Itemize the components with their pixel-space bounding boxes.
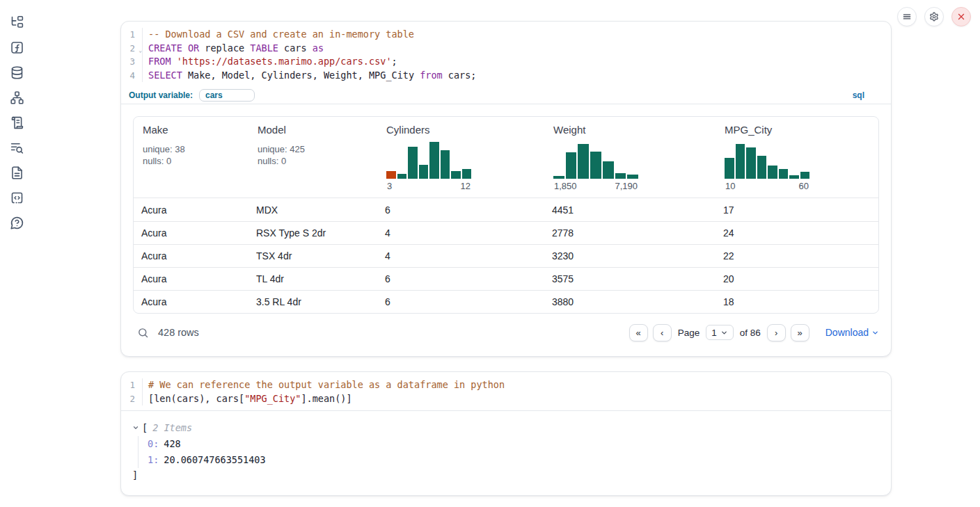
histogram-bar[interactable] <box>386 171 396 179</box>
file-text-icon[interactable] <box>9 165 25 181</box>
histogram-bar[interactable] <box>615 173 626 179</box>
histogram-bar[interactable] <box>578 144 589 179</box>
code-token: # We can reference the output variable a… <box>148 379 505 390</box>
tree-entries: 0:4281:20.060747663551403 <box>138 436 880 468</box>
code-token: cars; <box>443 70 477 81</box>
code-text[interactable]: # We can reference the output variable a… <box>143 378 505 392</box>
dependency-graph-icon[interactable] <box>9 90 25 106</box>
scroll-icon[interactable] <box>9 115 25 131</box>
code-line: 2⌄CREATE OR replace TABLE cars as <box>121 42 891 56</box>
column-header-make: Makeunique: 38nulls: 0 <box>134 117 248 198</box>
histogram-bar[interactable] <box>603 161 614 179</box>
code-text[interactable]: FROM 'https://datasets.marimo.app/cars.c… <box>143 55 397 69</box>
settings-button[interactable] <box>924 7 944 26</box>
menu-icon <box>902 12 912 22</box>
page-total: of 86 <box>740 328 761 338</box>
output-variable-label: Output variable: <box>129 90 193 100</box>
code-text[interactable]: SELECT Make, Model, Cylinders, Weight, M… <box>143 69 476 83</box>
histogram-bar[interactable] <box>451 171 461 179</box>
page-label: Page <box>678 328 700 338</box>
previous-page-button[interactable]: ‹ <box>653 324 672 341</box>
table-cell: 3230 <box>544 250 716 261</box>
tree-entry-value: 428 <box>164 438 180 449</box>
table-cell: 24 <box>716 227 878 239</box>
histogram-bar[interactable] <box>725 158 734 179</box>
table-row: Acura3.5 RL 4dr6388018 <box>134 290 878 313</box>
table-cell: Acura <box>134 273 248 284</box>
last-page-button[interactable]: » <box>791 324 809 341</box>
column-label: MPG_City <box>725 124 871 136</box>
next-page-button[interactable]: › <box>767 324 786 341</box>
tree-entry: 0:428 <box>148 436 880 452</box>
histogram-bar[interactable] <box>462 169 472 179</box>
histogram-bar[interactable] <box>419 165 429 179</box>
help-circle-icon[interactable] <box>9 215 25 231</box>
stat-line: nulls: 0 <box>258 156 370 168</box>
histogram-bar[interactable] <box>408 147 418 179</box>
table-row: AcuraRSX Type S 2dr4277824 <box>134 221 878 244</box>
sql-code-editor[interactable]: 1-- Download a CSV and create an in-memo… <box>121 22 891 86</box>
close-button[interactable] <box>951 7 971 26</box>
data-table: Makeunique: 38nulls: 0Modelunique: 425nu… <box>133 116 879 314</box>
output-variable-input[interactable] <box>199 89 255 102</box>
code-token: "MPG_City" <box>244 393 301 404</box>
close-icon <box>956 12 966 22</box>
first-page-button[interactable]: « <box>629 324 648 341</box>
database-icon[interactable] <box>9 65 25 81</box>
histogram-bar[interactable] <box>746 147 756 179</box>
histogram-bar[interactable] <box>397 174 407 179</box>
column-histogram: 312 <box>386 142 471 191</box>
column-stats: unique: 38nulls: 0 <box>143 144 242 167</box>
file-tree-icon[interactable] <box>9 15 25 31</box>
table-row: AcuraTL 4dr6357520 <box>134 267 878 290</box>
table-cell: 6 <box>377 296 544 307</box>
line-number: 3 <box>121 55 143 69</box>
table-cell: 4451 <box>544 204 716 216</box>
code-text[interactable]: -- Download a CSV and create an in-memor… <box>143 28 414 42</box>
code-line: 1-- Download a CSV and create an in-memo… <box>121 28 891 42</box>
histogram-max-label: 7,190 <box>615 181 638 191</box>
histogram-range: 1060 <box>725 181 809 191</box>
column-histogram: 1060 <box>725 142 809 191</box>
code-text[interactable]: [len(cars), cars["MPG_City"].mean()] <box>143 392 352 406</box>
histogram-bar[interactable] <box>789 175 799 179</box>
column-label: Make <box>143 124 242 136</box>
histogram-bar[interactable] <box>553 176 564 179</box>
table-cell: Acura <box>134 227 248 239</box>
python-code-editor[interactable]: 1# We can reference the output variable … <box>121 372 891 411</box>
histogram-bar[interactable] <box>757 156 767 179</box>
tree-entry-key: 0: <box>148 438 159 449</box>
download-button[interactable]: Download <box>825 327 879 338</box>
list-search-icon[interactable] <box>9 140 25 156</box>
histogram-bar[interactable] <box>590 152 601 179</box>
page-select[interactable]: 1 <box>706 325 734 340</box>
python-cell: 1# We can reference the output variable … <box>120 371 892 496</box>
code-text[interactable]: CREATE OR replace TABLE cars as <box>143 42 324 56</box>
code-token: 'https://datasets.marimo.app/cars.csv' <box>177 56 392 67</box>
tree-entry-value: 20.060747663551403 <box>164 454 265 465</box>
table-cell: TSX 4dr <box>248 250 377 261</box>
table-footer: 428 rows « ‹ Page 1 of 86 › » Download <box>133 322 879 343</box>
code-token: TABLE <box>250 42 278 54</box>
code-token: as <box>313 42 324 54</box>
column-header-weight: Weight1,8507,190 <box>544 117 716 198</box>
function-square-icon[interactable] <box>9 40 25 56</box>
histogram-bar[interactable] <box>441 150 450 179</box>
code-line: 4SELECT Make, Model, Cylinders, Weight, … <box>121 69 891 83</box>
histogram-bar[interactable] <box>627 175 638 179</box>
histogram-bar[interactable] <box>768 166 777 179</box>
histogram-bar[interactable] <box>429 142 439 179</box>
code-square-icon[interactable] <box>9 190 25 206</box>
collapse-chevron-icon[interactable] <box>132 424 139 431</box>
code-token <box>182 42 188 54</box>
histogram-bars <box>553 142 638 179</box>
histogram-bar[interactable] <box>736 144 745 179</box>
menu-button[interactable] <box>897 7 917 26</box>
search-button[interactable] <box>137 327 149 339</box>
items-count-label: 2 Items <box>152 420 192 435</box>
sql-cell: 1-- Download a CSV and create an in-memo… <box>120 21 892 357</box>
histogram-bar[interactable] <box>566 152 577 179</box>
histogram-bar[interactable] <box>800 172 810 179</box>
histogram-bar[interactable] <box>779 169 789 179</box>
code-token: cars <box>278 42 313 54</box>
